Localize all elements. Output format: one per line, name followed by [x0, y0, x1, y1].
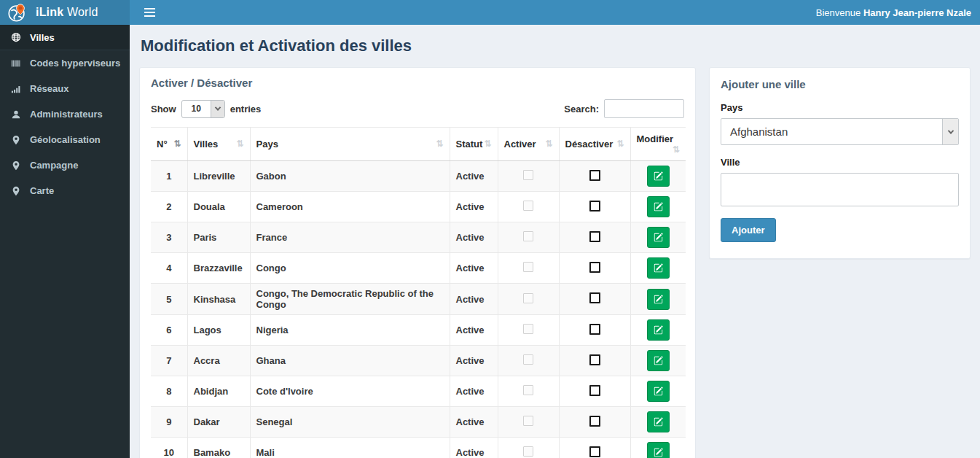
modifier-cell [630, 407, 686, 438]
ville-cell: Douala [187, 192, 250, 222]
sidebar-item-codes-hyperviseurs[interactable]: Codes hyperviseurs [0, 50, 130, 76]
desactiver-checkbox[interactable] [589, 201, 600, 211]
row-number-cell: 8 [151, 376, 187, 407]
activer-checkbox[interactable] [523, 416, 533, 426]
desactiver-checkbox[interactable] [589, 170, 600, 181]
column-label: N° [157, 139, 168, 150]
column-header-activer[interactable]: Activer⇅ [498, 128, 559, 161]
column-header-modifier[interactable]: Modifier⇅ [630, 128, 686, 161]
desactiver-checkbox[interactable] [589, 385, 600, 396]
modifier-button[interactable] [647, 257, 670, 279]
brand-logo-area[interactable]: iLink World [0, 0, 130, 25]
sidebar-item-geolocalisation[interactable]: Géolocalisation [0, 127, 130, 152]
table-row: 3ParisFranceActive [151, 222, 686, 253]
sidebar-item-carte[interactable]: Carte [0, 178, 130, 203]
activer-checkbox[interactable] [523, 385, 533, 395]
map-marker-icon [10, 134, 22, 146]
map-marker-icon [10, 185, 22, 197]
table-row: 5KinshasaCongo, The Democratic Republic … [151, 284, 686, 315]
modifier-cell [630, 192, 686, 222]
modifier-button[interactable] [647, 442, 670, 458]
pays-cell: Mali [250, 438, 450, 458]
ville-label: Ville [721, 157, 959, 168]
statut-cell: Active [450, 284, 498, 315]
search-label: Search: [564, 104, 599, 114]
modifier-button[interactable] [647, 289, 670, 310]
ville-input[interactable] [721, 173, 959, 206]
modifier-button[interactable] [647, 350, 670, 371]
edit-pencil-square-icon [654, 171, 663, 181]
chevron-down-icon [211, 101, 224, 117]
globe-icon [10, 31, 22, 43]
desactiver-checkbox[interactable] [589, 262, 600, 273]
statut-cell: Active [450, 376, 498, 407]
row-number-cell: 9 [151, 407, 187, 438]
desactiver-cell [559, 161, 630, 192]
statut-cell: Active [450, 438, 498, 458]
ajouter-button[interactable]: Ajouter [721, 218, 776, 242]
desactiver-cell [559, 222, 630, 253]
desactiver-checkbox[interactable] [589, 324, 600, 335]
sidebar-item-label: Administrateurs [30, 109, 103, 120]
activer-checkbox[interactable] [523, 293, 533, 303]
activer-checkbox[interactable] [523, 324, 533, 334]
villes-table: N°⇅Villes⇅Pays⇅Statut⇅Activer⇅Désactiver… [151, 127, 686, 458]
sidebar-toggle-hamburger-icon[interactable] [138, 0, 160, 25]
page-length-select[interactable]: 10 [181, 100, 225, 118]
activer-checkbox[interactable] [523, 446, 533, 457]
sidebar-item-label: Réseaux [30, 83, 68, 94]
activer-cell [498, 222, 559, 253]
sort-icon: ⇅ [484, 139, 491, 149]
activer-checkbox[interactable] [523, 354, 533, 365]
desactiver-checkbox[interactable] [589, 231, 600, 242]
modifier-cell [630, 222, 686, 253]
sidebar-item-villes[interactable]: Villes [0, 25, 130, 50]
search-input[interactable] [604, 99, 684, 118]
column-header-pays[interactable]: Pays⇅ [250, 128, 450, 161]
modifier-button[interactable] [647, 411, 670, 432]
modifier-cell [630, 284, 686, 315]
sidebar-item-administrateurs[interactable]: Administrateurs [0, 101, 130, 127]
desactiver-checkbox[interactable] [589, 354, 600, 365]
pays-select[interactable]: Afghanistan [721, 118, 959, 145]
statut-cell: Active [450, 346, 498, 376]
top-navbar: iLink World Bienvenue Hanry Jean-pierre … [0, 0, 980, 25]
edit-pencil-square-icon [654, 387, 663, 396]
desactiver-checkbox[interactable] [589, 416, 600, 427]
column-header-n[interactable]: N°⇅ [151, 128, 187, 161]
row-number-cell: 4 [151, 253, 187, 284]
row-number-cell: 1 [151, 161, 187, 192]
row-number-cell: 7 [151, 346, 187, 376]
modifier-cell [630, 346, 686, 376]
modifier-button[interactable] [647, 166, 670, 187]
activer-checkbox[interactable] [523, 201, 533, 211]
statut-cell: Active [450, 315, 498, 346]
column-header-statut[interactable]: Statut⇅ [450, 128, 498, 161]
column-header-dsactiver[interactable]: Désactiver⇅ [559, 128, 630, 161]
activer-checkbox[interactable] [523, 170, 533, 180]
column-label: Modifier [637, 133, 674, 144]
desactiver-checkbox[interactable] [589, 292, 600, 303]
sidebar-item-reseaux[interactable]: Réseaux [0, 76, 130, 101]
modifier-button[interactable] [647, 319, 670, 341]
desactiver-cell [559, 315, 630, 346]
table-row: 9DakarSenegalActive [151, 407, 686, 438]
desactiver-cell [559, 407, 630, 438]
modifier-button[interactable] [647, 227, 670, 248]
sidebar-item-label: Carte [30, 185, 54, 196]
modifier-button[interactable] [647, 196, 670, 217]
activer-checkbox[interactable] [523, 262, 533, 272]
row-number-cell: 5 [151, 284, 187, 315]
pays-cell: Congo [250, 253, 450, 284]
modifier-cell [630, 253, 686, 284]
activer-cell [498, 315, 559, 346]
modifier-button[interactable] [647, 381, 670, 402]
row-number-cell: 2 [151, 192, 187, 222]
activer-checkbox[interactable] [523, 231, 533, 241]
pays-label: Pays [721, 102, 959, 113]
desactiver-checkbox[interactable] [589, 446, 600, 457]
table-row: 7AccraGhanaActive [151, 346, 686, 376]
column-header-villes[interactable]: Villes⇅ [187, 128, 250, 161]
sidebar-item-campagne[interactable]: Campagne [0, 152, 130, 178]
column-label: Désactiver [565, 139, 614, 150]
